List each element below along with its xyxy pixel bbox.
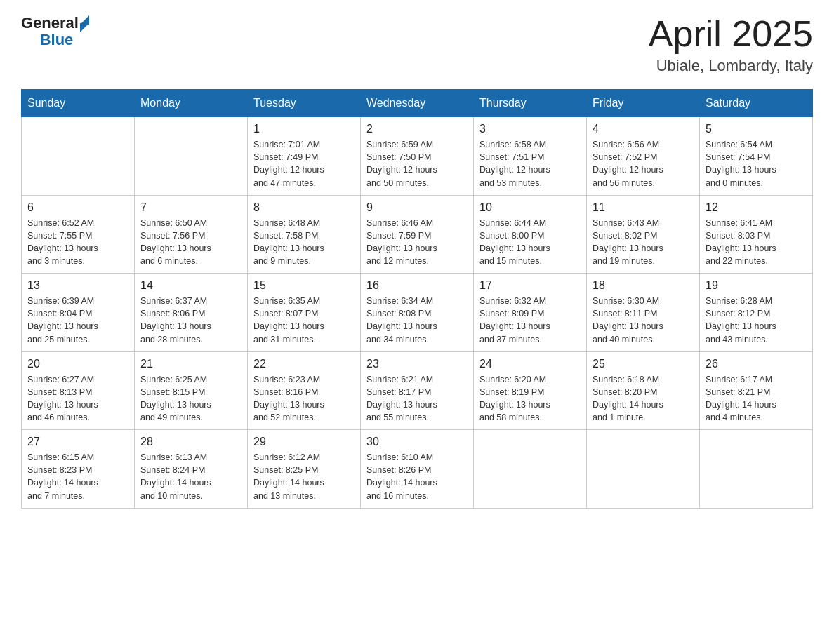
day-cell: 26Sunrise: 6:17 AM Sunset: 8:21 PM Dayli… xyxy=(700,351,813,430)
day-number: 2 xyxy=(366,123,468,135)
day-number: 1 xyxy=(253,123,355,135)
day-cell: 28Sunrise: 6:13 AM Sunset: 8:24 PM Dayli… xyxy=(135,430,248,509)
day-cell xyxy=(135,117,248,196)
day-cell xyxy=(700,430,813,509)
calendar-title: April 2025 xyxy=(649,14,813,54)
day-info: Sunrise: 6:21 AM Sunset: 8:17 PM Dayligh… xyxy=(366,373,468,424)
day-cell: 8Sunrise: 6:48 AM Sunset: 7:58 PM Daylig… xyxy=(248,195,361,274)
day-cell: 15Sunrise: 6:35 AM Sunset: 8:07 PM Dayli… xyxy=(248,274,361,352)
day-info: Sunrise: 6:59 AM Sunset: 7:50 PM Dayligh… xyxy=(366,138,468,189)
day-number: 17 xyxy=(479,279,581,292)
day-cell: 30Sunrise: 6:10 AM Sunset: 8:26 PM Dayli… xyxy=(361,430,474,509)
day-cell xyxy=(587,430,700,509)
week-row-5: 27Sunrise: 6:15 AM Sunset: 8:23 PM Dayli… xyxy=(22,430,813,509)
day-number: 29 xyxy=(253,436,355,448)
calendar-location: Ubiale, Lombardy, Italy xyxy=(649,57,813,75)
header-cell-saturday: Saturday xyxy=(700,90,813,117)
week-row-2: 6Sunrise: 6:52 AM Sunset: 7:55 PM Daylig… xyxy=(22,195,813,274)
header-cell-friday: Friday xyxy=(587,90,700,117)
day-number: 15 xyxy=(253,279,355,292)
day-number: 24 xyxy=(479,358,581,370)
day-info: Sunrise: 6:27 AM Sunset: 8:13 PM Dayligh… xyxy=(27,373,128,424)
day-info: Sunrise: 6:52 AM Sunset: 7:55 PM Dayligh… xyxy=(27,217,128,268)
day-number: 18 xyxy=(593,279,694,292)
day-number: 6 xyxy=(27,201,128,214)
day-number: 11 xyxy=(593,201,694,214)
day-info: Sunrise: 6:43 AM Sunset: 8:02 PM Dayligh… xyxy=(593,217,694,268)
day-cell: 25Sunrise: 6:18 AM Sunset: 8:20 PM Dayli… xyxy=(587,351,700,430)
week-row-4: 20Sunrise: 6:27 AM Sunset: 8:13 PM Dayli… xyxy=(22,351,813,430)
day-cell: 2Sunrise: 6:59 AM Sunset: 7:50 PM Daylig… xyxy=(361,117,474,196)
day-info: Sunrise: 6:28 AM Sunset: 8:12 PM Dayligh… xyxy=(706,295,807,346)
day-info: Sunrise: 6:10 AM Sunset: 8:26 PM Dayligh… xyxy=(366,451,468,502)
day-info: Sunrise: 6:20 AM Sunset: 8:19 PM Dayligh… xyxy=(479,373,581,424)
day-info: Sunrise: 6:41 AM Sunset: 8:03 PM Dayligh… xyxy=(706,217,807,268)
day-info: Sunrise: 6:44 AM Sunset: 8:00 PM Dayligh… xyxy=(479,217,581,268)
day-cell: 22Sunrise: 6:23 AM Sunset: 8:16 PM Dayli… xyxy=(248,351,361,430)
day-info: Sunrise: 6:46 AM Sunset: 7:59 PM Dayligh… xyxy=(366,217,468,268)
day-info: Sunrise: 6:39 AM Sunset: 8:04 PM Dayligh… xyxy=(27,295,128,346)
header-cell-monday: Monday xyxy=(135,90,248,117)
week-row-1: 1Sunrise: 7:01 AM Sunset: 7:49 PM Daylig… xyxy=(22,117,813,196)
day-number: 14 xyxy=(140,279,241,292)
day-cell: 9Sunrise: 6:46 AM Sunset: 7:59 PM Daylig… xyxy=(361,195,474,274)
day-number: 7 xyxy=(140,201,241,214)
day-cell: 29Sunrise: 6:12 AM Sunset: 8:25 PM Dayli… xyxy=(248,430,361,509)
day-number: 20 xyxy=(27,358,128,370)
calendar-body: 1Sunrise: 7:01 AM Sunset: 7:49 PM Daylig… xyxy=(22,117,813,509)
header-cell-tuesday: Tuesday xyxy=(248,90,361,117)
day-cell: 19Sunrise: 6:28 AM Sunset: 8:12 PM Dayli… xyxy=(700,274,813,352)
day-cell: 6Sunrise: 6:52 AM Sunset: 7:55 PM Daylig… xyxy=(22,195,135,274)
day-cell: 24Sunrise: 6:20 AM Sunset: 8:19 PM Dayli… xyxy=(474,351,587,430)
day-number: 26 xyxy=(706,358,807,370)
day-info: Sunrise: 6:30 AM Sunset: 8:11 PM Dayligh… xyxy=(593,295,694,346)
day-info: Sunrise: 6:13 AM Sunset: 8:24 PM Dayligh… xyxy=(140,451,241,502)
day-info: Sunrise: 7:01 AM Sunset: 7:49 PM Dayligh… xyxy=(253,138,355,189)
day-cell xyxy=(474,430,587,509)
day-cell: 13Sunrise: 6:39 AM Sunset: 8:04 PM Dayli… xyxy=(22,274,135,352)
day-info: Sunrise: 6:37 AM Sunset: 8:06 PM Dayligh… xyxy=(140,295,241,346)
day-cell: 11Sunrise: 6:43 AM Sunset: 8:02 PM Dayli… xyxy=(587,195,700,274)
day-cell: 1Sunrise: 7:01 AM Sunset: 7:49 PM Daylig… xyxy=(248,117,361,196)
logo-general-text: General xyxy=(21,14,79,32)
day-cell: 10Sunrise: 6:44 AM Sunset: 8:00 PM Dayli… xyxy=(474,195,587,274)
day-info: Sunrise: 6:12 AM Sunset: 8:25 PM Dayligh… xyxy=(253,451,355,502)
calendar-header: SundayMondayTuesdayWednesdayThursdayFrid… xyxy=(22,90,813,117)
day-cell: 5Sunrise: 6:54 AM Sunset: 7:54 PM Daylig… xyxy=(700,117,813,196)
day-number: 13 xyxy=(27,279,128,292)
day-info: Sunrise: 6:35 AM Sunset: 8:07 PM Dayligh… xyxy=(253,295,355,346)
day-cell: 14Sunrise: 6:37 AM Sunset: 8:06 PM Dayli… xyxy=(135,274,248,352)
day-info: Sunrise: 6:58 AM Sunset: 7:51 PM Dayligh… xyxy=(479,138,581,189)
day-cell: 17Sunrise: 6:32 AM Sunset: 8:09 PM Dayli… xyxy=(474,274,587,352)
day-number: 27 xyxy=(27,436,128,448)
day-number: 22 xyxy=(253,358,355,370)
day-number: 19 xyxy=(706,279,807,292)
day-info: Sunrise: 6:25 AM Sunset: 8:15 PM Dayligh… xyxy=(140,373,241,424)
day-info: Sunrise: 6:50 AM Sunset: 7:56 PM Dayligh… xyxy=(140,217,241,268)
day-number: 28 xyxy=(140,436,241,448)
day-number: 3 xyxy=(479,123,581,135)
day-cell: 23Sunrise: 6:21 AM Sunset: 8:17 PM Dayli… xyxy=(361,351,474,430)
day-info: Sunrise: 6:32 AM Sunset: 8:09 PM Dayligh… xyxy=(479,295,581,346)
logo-icon: General Blue xyxy=(21,14,89,49)
day-cell: 21Sunrise: 6:25 AM Sunset: 8:15 PM Dayli… xyxy=(135,351,248,430)
header-cell-wednesday: Wednesday xyxy=(361,90,474,117)
day-number: 12 xyxy=(706,201,807,214)
day-info: Sunrise: 6:18 AM Sunset: 8:20 PM Dayligh… xyxy=(593,373,694,424)
day-cell: 16Sunrise: 6:34 AM Sunset: 8:08 PM Dayli… xyxy=(361,274,474,352)
day-number: 16 xyxy=(366,279,468,292)
day-number: 21 xyxy=(140,358,241,370)
week-row-3: 13Sunrise: 6:39 AM Sunset: 8:04 PM Dayli… xyxy=(22,274,813,352)
day-number: 9 xyxy=(366,201,468,214)
day-info: Sunrise: 6:23 AM Sunset: 8:16 PM Dayligh… xyxy=(253,373,355,424)
day-number: 5 xyxy=(706,123,807,135)
day-cell: 3Sunrise: 6:58 AM Sunset: 7:51 PM Daylig… xyxy=(474,117,587,196)
day-cell: 4Sunrise: 6:56 AM Sunset: 7:52 PM Daylig… xyxy=(587,117,700,196)
calendar-table: SundayMondayTuesdayWednesdayThursdayFrid… xyxy=(21,89,813,509)
day-cell xyxy=(22,117,135,196)
day-info: Sunrise: 6:48 AM Sunset: 7:58 PM Dayligh… xyxy=(253,217,355,268)
day-number: 8 xyxy=(253,201,355,214)
day-info: Sunrise: 6:54 AM Sunset: 7:54 PM Dayligh… xyxy=(706,138,807,189)
day-cell: 20Sunrise: 6:27 AM Sunset: 8:13 PM Dayli… xyxy=(22,351,135,430)
day-cell: 27Sunrise: 6:15 AM Sunset: 8:23 PM Dayli… xyxy=(22,430,135,509)
